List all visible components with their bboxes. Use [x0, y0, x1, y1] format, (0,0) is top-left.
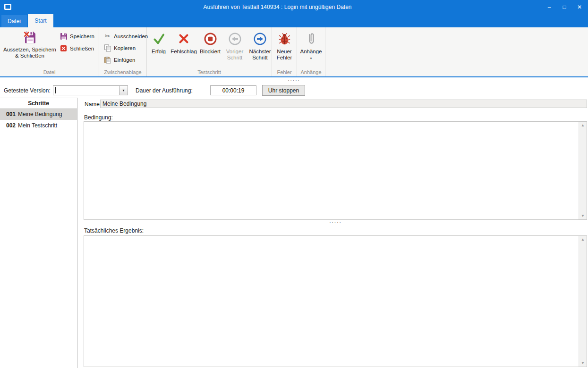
attachments-label: Anhänge	[300, 49, 322, 55]
close-file-button[interactable]: Schließen	[60, 44, 94, 52]
scroll-down-icon[interactable]: ▼	[579, 212, 587, 219]
fail-x-icon	[178, 31, 189, 46]
save-and-close-icon	[23, 30, 36, 44]
previous-step-button[interactable]: Voriger Schritt	[222, 30, 247, 61]
scroll-down-icon[interactable]: ▼	[579, 360, 587, 367]
ribbon-group-anhaenge: Anhänge ▼ Anhänge	[297, 27, 325, 76]
fail-label: Fehlschlag	[170, 49, 197, 55]
next-step-icon	[254, 31, 266, 46]
chevron-down-icon: ▼	[122, 89, 125, 92]
ribbon-empty-area	[325, 27, 588, 76]
group-label-zwischenablage: Zwischenablage	[99, 69, 146, 75]
fail-button[interactable]: Fehlschlag	[170, 30, 198, 61]
ribbon-group-zwischenablage: ✂ Ausschneiden Kopieren	[99, 27, 147, 76]
previous-step-label: Voriger Schritt	[222, 49, 247, 61]
window-controls: – □ ✕	[542, 0, 587, 14]
group-label-fehler: Fehler	[272, 69, 297, 75]
step-label: Meine Bedingung	[18, 111, 62, 117]
bug-icon	[279, 31, 290, 46]
success-label: Erfolg	[152, 49, 166, 55]
group-label-datei: Datei	[0, 69, 99, 75]
copy-icon	[103, 44, 111, 52]
ribbon-group-fehler: Neuer Fehler Fehler	[272, 27, 297, 76]
close-file-icon	[60, 44, 68, 52]
scroll-up-icon[interactable]: ▲	[579, 236, 587, 243]
success-button[interactable]: Erfolg	[148, 30, 170, 61]
name-input[interactable]	[100, 100, 587, 108]
paste-label: Einfügen	[114, 57, 135, 63]
paperclip-icon	[307, 31, 315, 46]
condition-field: ▲ ▼	[84, 121, 587, 220]
tab-start[interactable]: Start	[28, 14, 53, 27]
scissors-icon: ✂	[103, 32, 111, 40]
suspend-save-close-label: Aussetzen, Speichern & Schließen	[1, 47, 59, 59]
cut-label: Ausschneiden	[114, 33, 148, 39]
maximize-button[interactable]: □	[557, 0, 572, 14]
step-item-002[interactable]: 002 Mein Testschritt	[0, 120, 77, 131]
stop-clock-button[interactable]: Uhr stoppen	[262, 85, 305, 96]
window-title: Ausführen von Testfall 140934 : Login mi…	[19, 0, 536, 14]
tested-version-dropdown-button[interactable]: ▼	[119, 86, 128, 95]
ribbon-tab-bar: Datei Start	[0, 14, 588, 27]
save-label: Speichern	[70, 33, 94, 39]
duration-input[interactable]	[210, 85, 256, 95]
step-number: 002	[6, 122, 16, 129]
minimize-button[interactable]: –	[542, 0, 557, 14]
actual-result-textarea[interactable]	[84, 236, 579, 367]
steps-panel: Schritte 001 Meine Bedingung 002 Mein Te…	[0, 98, 77, 368]
blocked-label: Blockiert	[200, 49, 221, 55]
new-error-label: Neuer Fehler	[272, 49, 297, 61]
step-label: Mein Testschritt	[18, 122, 57, 129]
new-error-button[interactable]: Neuer Fehler	[272, 30, 297, 61]
name-label: Name:	[85, 101, 101, 108]
cut-button[interactable]: ✂ Ausschneiden	[103, 32, 148, 40]
close-file-label: Schließen	[70, 46, 94, 51]
blocked-button[interactable]: Blockiert	[198, 30, 222, 61]
content-splitter-handle[interactable]: ·····	[83, 221, 588, 225]
attachments-button[interactable]: Anhänge ▼	[297, 30, 325, 60]
condition-textarea[interactable]	[84, 122, 579, 219]
tab-datei[interactable]: Datei	[1, 15, 27, 27]
ribbon-group-datei: Aussetzen, Speichern & Schließen Speiche…	[0, 27, 99, 76]
success-check-icon	[153, 31, 165, 46]
text-cursor	[55, 87, 56, 93]
condition-label: Bedingung:	[84, 114, 113, 121]
tested-version-label: Getestete Version:	[4, 87, 51, 94]
ribbon: Aussetzen, Speichern & Schließen Speiche…	[0, 27, 588, 77]
actual-result-scrollbar[interactable]: ▲ ▼	[579, 236, 587, 367]
paste-button[interactable]: Einfügen	[103, 56, 148, 64]
save-button[interactable]: Speichern	[60, 32, 94, 40]
next-step-label: Nächster Schritt	[247, 49, 273, 61]
app-icon	[4, 3, 12, 11]
tested-version-input[interactable]	[54, 86, 118, 94]
previous-step-icon	[229, 31, 241, 46]
actual-result-label: Tatsächliches Ergebnis:	[84, 227, 144, 234]
title-bar: Ausführen von Testfall 140934 : Login mi…	[0, 0, 588, 14]
copy-label: Kopieren	[114, 45, 136, 51]
duration-label: Dauer der Ausführung:	[136, 87, 193, 94]
suspend-save-close-button[interactable]: Aussetzen, Speichern & Schließen	[1, 29, 59, 59]
step-item-001[interactable]: 001 Meine Bedingung	[0, 109, 77, 120]
file-small-buttons: Speichern Schließen	[60, 32, 94, 52]
actual-result-field: ▲ ▼	[84, 235, 587, 367]
next-step-button[interactable]: Nächster Schritt	[247, 30, 273, 61]
save-icon	[60, 32, 68, 40]
blocked-stop-icon	[204, 31, 217, 46]
copy-button[interactable]: Kopieren	[103, 44, 148, 52]
attachments-dropdown-icon[interactable]: ▼	[310, 57, 313, 60]
ribbon-splitter-handle[interactable]: ·····	[0, 79, 588, 83]
close-button[interactable]: ✕	[572, 0, 587, 14]
group-label-testschritt: Testschritt	[147, 69, 272, 75]
condition-scrollbar[interactable]: ▲ ▼	[579, 122, 587, 219]
tested-version-combobox[interactable]: ▼	[53, 85, 128, 95]
step-number: 001	[6, 111, 16, 117]
ribbon-group-testschritt: Erfolg Fehlschlag Blocki	[147, 27, 272, 76]
scroll-up-icon[interactable]: ▲	[579, 122, 587, 129]
paste-icon	[103, 56, 111, 64]
steps-header: Schritte	[0, 98, 77, 109]
group-label-anhaenge: Anhänge	[297, 69, 325, 75]
